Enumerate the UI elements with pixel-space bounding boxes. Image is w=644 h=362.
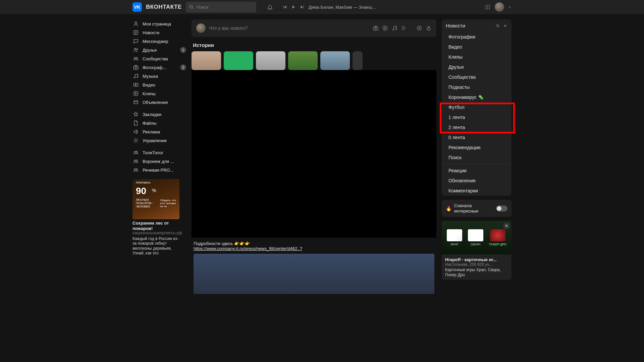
apps-grid-icon[interactable] bbox=[485, 4, 491, 10]
nav-item-речевая-pro-[interactable]: Речевая PRO... bbox=[132, 166, 186, 174]
gear-icon bbox=[132, 137, 139, 143]
story-item[interactable] bbox=[192, 51, 221, 70]
story-item[interactable] bbox=[320, 51, 350, 70]
nav-item-моя-страница[interactable]: Моя страница bbox=[132, 19, 186, 28]
nav-label: Управление bbox=[143, 138, 167, 143]
notifications-icon[interactable] bbox=[267, 4, 273, 10]
nav-item-закладки[interactable]: Закладки bbox=[132, 110, 186, 119]
feed-filter-item[interactable]: 0 лента bbox=[442, 132, 512, 142]
brand-name[interactable]: ВКОНТАКТЕ bbox=[146, 4, 182, 10]
lock-icon[interactable] bbox=[426, 25, 432, 31]
svg-point-5 bbox=[487, 5, 488, 6]
toggle-label: Сначала интересные bbox=[454, 203, 493, 214]
nav-item-управление[interactable]: Управление bbox=[132, 136, 186, 145]
svg-point-41 bbox=[395, 29, 396, 30]
feed-filter-item[interactable]: Видео bbox=[442, 42, 512, 52]
feed-filter-item[interactable]: Рекомендации bbox=[442, 142, 512, 153]
nav-item-мессенджер[interactable]: Мессенджер bbox=[132, 37, 186, 46]
svg-rect-2 bbox=[283, 5, 283, 8]
svg-point-38 bbox=[375, 28, 377, 29]
search-input[interactable] bbox=[197, 5, 253, 10]
svg-point-13 bbox=[135, 22, 137, 24]
story-item[interactable] bbox=[256, 51, 285, 70]
story-item[interactable] bbox=[288, 51, 318, 70]
feed-filter-item[interactable]: 1 лента bbox=[442, 112, 512, 122]
add-filter-icon[interactable] bbox=[503, 23, 507, 28]
svg-point-49 bbox=[497, 24, 497, 25]
group-icon bbox=[132, 149, 139, 156]
nav-item-клипы[interactable]: Клипы bbox=[132, 89, 186, 98]
nav-item-реклама[interactable]: Реклама bbox=[132, 127, 186, 136]
feed-filter-item[interactable]: Подкасты bbox=[442, 82, 512, 92]
stories-heading: Истории bbox=[193, 42, 436, 48]
vk-logo-icon[interactable]: VK bbox=[132, 2, 142, 12]
chat-icon bbox=[132, 38, 139, 44]
svg-point-0 bbox=[190, 5, 193, 8]
close-icon[interactable]: ✕ bbox=[503, 223, 509, 229]
music-note-icon[interactable] bbox=[391, 25, 397, 31]
nav-item-файлы[interactable]: Файлы bbox=[132, 119, 186, 127]
promo-block[interactable]: ПРИЧИНА 90 % ЛЕСНЫХ ПОЖАРОВ - ЧЕЛОВЕК Уб… bbox=[132, 179, 179, 256]
play-icon[interactable] bbox=[291, 5, 296, 9]
interesting-first-toggle[interactable]: 🔥 Сначала интересные bbox=[442, 200, 512, 217]
side-ad[interactable]: ✕ ХРАП СВАРА ПОКЕР ДРО Hrapoff - карточн… bbox=[442, 221, 512, 280]
nav-item-музыка[interactable]: Музыка bbox=[132, 72, 186, 80]
nav-item-видео[interactable]: Видео bbox=[132, 80, 186, 89]
svg-point-7 bbox=[485, 7, 486, 8]
promo-description: Каждый год в России из-за пожаров гибнут… bbox=[132, 236, 179, 256]
feed-filter-item[interactable]: Обновления bbox=[442, 176, 512, 186]
feed-filter-item[interactable]: Друзья bbox=[442, 62, 512, 72]
post-link[interactable]: https://www.company.rt.ru/press/news_fil… bbox=[194, 246, 302, 251]
feed-filter-item[interactable]: Реакции bbox=[442, 166, 512, 176]
nav-item-толитолог[interactable]: ТолиТолог bbox=[132, 148, 186, 157]
feed-filter-item[interactable]: Сообщества bbox=[442, 72, 512, 82]
feed-filter-item[interactable]: Футбол bbox=[442, 102, 512, 112]
promo-source: национальныепроекты.рф bbox=[132, 231, 179, 236]
chevron-down-icon[interactable] bbox=[508, 5, 512, 9]
feed-filter-item[interactable]: Коронавирус 🦠 bbox=[442, 92, 512, 102]
nav-item-фотограф-[interactable]: Фотограф...2 bbox=[132, 63, 186, 72]
user-avatar[interactable] bbox=[495, 2, 504, 12]
nav-item-объявления[interactable]: Объявления bbox=[132, 98, 186, 107]
feed-filter-item[interactable]: 2 лента bbox=[442, 122, 512, 132]
video-add-icon[interactable] bbox=[382, 25, 388, 31]
nav-label: Друзья bbox=[143, 48, 157, 53]
sparkle-icon[interactable] bbox=[416, 25, 422, 31]
video-icon bbox=[132, 82, 139, 88]
feed-filter-item[interactable]: Комментарии bbox=[442, 186, 512, 196]
nav-label: Воронеж для ... bbox=[143, 159, 174, 164]
news-filter-title: Новости bbox=[446, 23, 465, 28]
clips-icon bbox=[132, 90, 139, 97]
search-input-container[interactable] bbox=[186, 2, 256, 12]
poll-icon[interactable] bbox=[401, 25, 407, 31]
nav-label: Фотограф... bbox=[143, 65, 166, 70]
nav-badge: 2 bbox=[180, 64, 186, 70]
now-playing-text[interactable]: Дима Билан, МакSим — Знаеш... bbox=[309, 5, 376, 10]
story-item[interactable] bbox=[224, 51, 253, 70]
story-item[interactable] bbox=[353, 51, 363, 70]
post-image[interactable] bbox=[194, 254, 434, 294]
ads-icon bbox=[132, 99, 139, 105]
feed-filter-item[interactable]: Фотографии bbox=[442, 32, 512, 42]
filter-settings-icon[interactable] bbox=[495, 23, 500, 28]
feed-filter-item[interactable]: Клипы bbox=[442, 52, 512, 62]
svg-point-24 bbox=[134, 77, 135, 78]
svg-point-23 bbox=[135, 67, 137, 69]
feed-filter-item[interactable]: Поиск bbox=[442, 153, 512, 163]
music-icon bbox=[132, 73, 139, 79]
next-track-icon[interactable] bbox=[300, 5, 305, 9]
nav-item-новости[interactable]: Новости bbox=[132, 28, 186, 37]
toggle-switch[interactable] bbox=[496, 205, 507, 212]
prev-track-icon[interactable] bbox=[282, 5, 287, 9]
compose-box[interactable]: Что у вас нового? bbox=[192, 19, 436, 37]
nav-item-воронеж-для-[interactable]: Воронеж для ... bbox=[132, 157, 186, 166]
nav-item-друзья[interactable]: Друзья1 bbox=[132, 46, 186, 54]
svg-point-40 bbox=[393, 29, 394, 30]
promo-title: Сохраним лес от пожаров! bbox=[132, 221, 179, 231]
compose-placeholder: Что у вас нового? bbox=[209, 25, 369, 31]
group-icon bbox=[132, 56, 139, 62]
svg-rect-46 bbox=[427, 28, 430, 30]
nav-item-сообщества[interactable]: Сообщества bbox=[132, 54, 186, 63]
svg-point-36 bbox=[136, 169, 138, 170]
camera-icon[interactable] bbox=[373, 25, 379, 31]
